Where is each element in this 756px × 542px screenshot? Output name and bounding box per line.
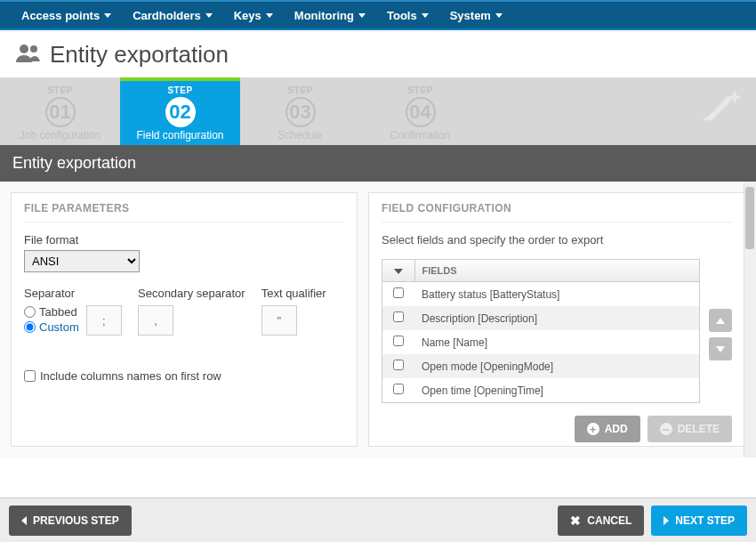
move-up-button[interactable]	[709, 309, 732, 332]
nav-keys[interactable]: Keys	[223, 2, 284, 28]
plus-icon: +	[587, 423, 599, 435]
field-checkbox[interactable]	[393, 384, 404, 394]
delete-button[interactable]: −DELETE	[647, 416, 732, 442]
table-row[interactable]: Name [Name]	[382, 330, 699, 354]
svg-rect-2	[707, 96, 732, 121]
separator-label: Separator	[24, 287, 122, 300]
file-format-label: File format	[24, 233, 344, 247]
secondary-separator-input[interactable]: ,	[138, 305, 173, 336]
page-title-bar: Entity exportation	[0, 30, 756, 77]
caret-down-icon	[266, 13, 273, 18]
text-qualifier-label: Text qualifier	[261, 287, 326, 300]
nav-cardholders[interactable]: Cardholders	[122, 2, 223, 28]
table-row[interactable]: Open mode [OpeningMode]	[382, 354, 699, 378]
caret-down-icon	[495, 13, 503, 18]
separator-custom-option[interactable]: Custom	[24, 320, 79, 334]
content-area: FILE PARAMETERS File format ANSI Separat…	[0, 182, 756, 457]
reorder-buttons	[709, 309, 732, 360]
separator-custom-input[interactable]: ;	[86, 305, 122, 336]
scrollbar-thumb[interactable]	[745, 187, 754, 249]
field-configuration-title: FIELD CONFIGURATION	[382, 202, 732, 222]
field-configuration-panel: FIELD CONFIGURATION Select fields and sp…	[368, 192, 745, 447]
fields-expand-header[interactable]	[382, 260, 414, 282]
svg-point-1	[30, 45, 37, 53]
table-row[interactable]: Battery status [BatteryStatus]	[382, 282, 699, 307]
secondary-separator-label: Secondary separator	[138, 287, 245, 300]
wizard-footer: PREVIOUS STEP ✖CANCEL NEXT STEP	[0, 498, 756, 542]
fields-table: FIELDS Battery status [BatteryStatus] De…	[382, 259, 700, 403]
step-job-configuration[interactable]: STEP 01 Job configuration	[0, 77, 120, 145]
add-button[interactable]: +ADD	[575, 416, 640, 442]
previous-step-button[interactable]: PREVIOUS STEP	[9, 506, 132, 536]
field-checkbox[interactable]	[393, 360, 404, 370]
file-parameters-panel: FILE PARAMETERS File format ANSI Separat…	[11, 192, 358, 447]
nav-system[interactable]: System	[439, 2, 513, 28]
nav-tools[interactable]: Tools	[376, 2, 439, 28]
chevron-right-icon	[664, 516, 669, 525]
field-configuration-instruction: Select fields and specify the order to e…	[382, 233, 732, 247]
step-field-configuration[interactable]: STEP 02 Field configuration	[120, 77, 240, 145]
arrow-up-icon	[716, 318, 725, 324]
table-row[interactable]: Description [Description]	[382, 306, 699, 330]
close-icon: ✖	[570, 514, 581, 527]
chevron-left-icon	[21, 516, 27, 525]
section-header: Entity exportation	[0, 145, 756, 182]
include-columns-checkbox[interactable]: Include columns names on first row	[24, 369, 344, 383]
wizard-steps: STEP 01 Job configuration STEP 02 Field …	[0, 77, 756, 145]
file-format-select[interactable]: ANSI	[24, 250, 140, 272]
step-confirmation[interactable]: STEP 04 Confirmation	[360, 77, 480, 145]
chevron-down-icon	[394, 269, 403, 274]
svg-point-0	[20, 44, 28, 53]
nav-access-points[interactable]: Access points	[11, 2, 122, 28]
vertical-scrollbar[interactable]	[744, 182, 756, 457]
separator-tabbed-option[interactable]: Tabbed	[24, 305, 79, 319]
users-icon	[16, 43, 41, 68]
move-down-button[interactable]	[709, 337, 732, 360]
caret-down-icon	[358, 13, 366, 18]
top-nav: Access points Cardholders Keys Monitorin…	[0, 0, 756, 30]
table-row[interactable]: Open time [OpeningTime]	[382, 378, 699, 402]
page-title: Entity exportation	[50, 41, 229, 69]
fields-column-header: FIELDS	[414, 260, 699, 282]
caret-down-icon	[104, 13, 111, 18]
step-schedule[interactable]: STEP 03 Schedule	[240, 77, 360, 145]
minus-icon: −	[660, 423, 672, 435]
nav-monitoring[interactable]: Monitoring	[284, 2, 376, 28]
arrow-down-icon	[716, 346, 725, 352]
field-checkbox[interactable]	[393, 311, 404, 322]
caret-down-icon	[422, 13, 429, 18]
file-parameters-title: FILE PARAMETERS	[24, 202, 344, 222]
caret-down-icon	[205, 13, 213, 18]
wand-icon	[699, 88, 744, 136]
text-qualifier-input[interactable]: "	[261, 305, 297, 336]
field-checkbox[interactable]	[393, 336, 404, 346]
field-checkbox[interactable]	[393, 287, 404, 298]
next-step-button[interactable]: NEXT STEP	[651, 506, 747, 536]
cancel-button[interactable]: ✖CANCEL	[558, 506, 644, 536]
